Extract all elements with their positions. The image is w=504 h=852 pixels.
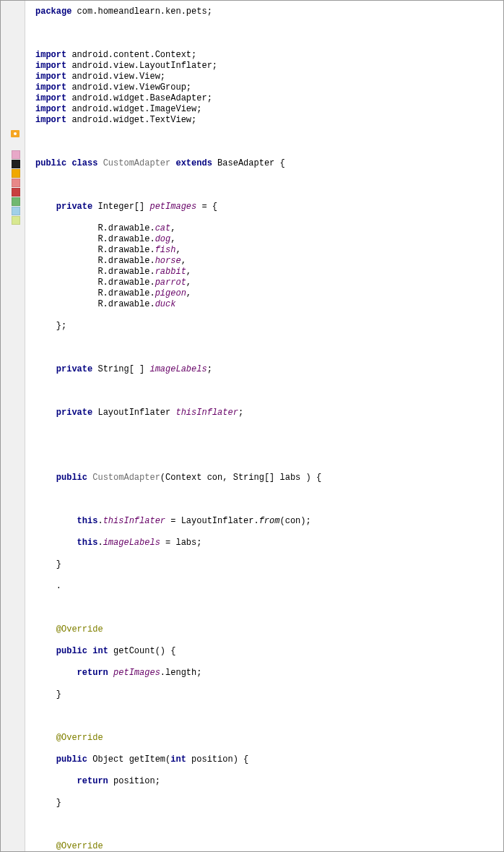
keyword-int: int — [92, 646, 108, 656]
drawable-prefix: R.drawable. — [97, 299, 155, 309]
drawable-horse: horse — [155, 256, 181, 266]
superclass-name: BaseAdapter — [217, 158, 274, 168]
drawable-thumb-duck[interactable] — [12, 216, 20, 225]
constructor-params: (Context con, String[] labs ) { — [160, 473, 321, 483]
drawable-thumb-dog[interactable] — [12, 160, 20, 168]
package-path: com.homeandlearn.ken.pets; — [71, 7, 212, 17]
class-gutter-icon — [10, 129, 20, 139]
keyword-import: import — [35, 82, 66, 92]
keyword-package: package — [35, 7, 71, 17]
drawable-prefix: R.drawable. — [97, 267, 155, 277]
keyword-private: private — [56, 408, 92, 418]
drawable-fish: fish — [155, 245, 176, 255]
annotation-override: @Override — [56, 841, 103, 851]
drawable-thumb-parrot[interactable] — [12, 197, 20, 206]
text-length: .length; — [160, 668, 202, 678]
drawable-dog: dog — [155, 234, 171, 244]
keyword-class: class — [71, 158, 97, 168]
drawable-thumb-cat[interactable] — [12, 150, 20, 159]
method-getitem-a: Object getItem( — [87, 754, 170, 765]
keyword-public: public — [56, 754, 87, 765]
keyword-this: this — [77, 516, 98, 526]
text-con-close: (con); — [279, 516, 310, 526]
drawable-rabbit: rabbit — [155, 267, 186, 277]
keyword-import: import — [35, 50, 66, 60]
type-integer-array: Integer[] — [97, 202, 149, 212]
keyword-extends: extends — [175, 158, 212, 168]
import-path: android.widget.TextView; — [66, 115, 196, 125]
keyword-this: this — [77, 538, 98, 548]
field-thisinflater: thisInflater — [175, 408, 238, 418]
keyword-import: import — [35, 93, 66, 103]
drawable-parrot: parrot — [155, 277, 186, 288]
import-path: android.view.ViewGroup; — [66, 82, 191, 92]
keyword-return: return — [77, 668, 108, 678]
field-imagelabels: imageLabels — [103, 538, 160, 548]
keyword-public: public — [56, 473, 87, 483]
import-path: android.content.Context; — [66, 50, 196, 60]
constructor-name: CustomAdapter — [92, 473, 160, 483]
field-thisinflater: thisInflater — [103, 516, 165, 526]
code-editor[interactable]: package com.homeandlearn.ken.pets; impor… — [25, 1, 503, 851]
method-from: from — [259, 516, 280, 526]
import-path: android.widget.ImageView; — [66, 104, 201, 114]
text-return-position: position; — [108, 776, 160, 786]
import-path: android.widget.BaseAdapter; — [66, 93, 212, 103]
text-assign-inflater: = LayoutInflater. — [165, 516, 259, 526]
method-getcount: getCount() { — [108, 646, 176, 656]
type-layoutinflater: LayoutInflater — [97, 408, 175, 418]
import-path: android.view.View; — [66, 72, 165, 82]
drawable-prefix: R.drawable. — [97, 277, 155, 288]
keyword-return: return — [77, 776, 108, 786]
drawable-thumb-rabbit[interactable] — [12, 188, 20, 197]
drawable-thumbnails — [12, 150, 20, 225]
drawable-prefix: R.drawable. — [97, 256, 155, 266]
annotation-override: @Override — [56, 733, 103, 743]
drawable-prefix: R.drawable. — [97, 223, 155, 233]
keyword-public: public — [56, 646, 87, 656]
annotation-override: @Override — [56, 624, 103, 634]
drawable-duck: duck — [155, 299, 176, 309]
import-path: android.view.LayoutInflater; — [66, 61, 217, 71]
field-petimages: petImages — [149, 202, 196, 212]
keyword-private: private — [56, 202, 92, 212]
keyword-import: import — [35, 72, 66, 82]
drawable-thumb-pigeon[interactable] — [12, 207, 20, 215]
svg-point-1 — [14, 132, 17, 135]
drawable-pigeon: pigeon — [155, 288, 186, 298]
drawable-prefix: R.drawable. — [97, 288, 155, 298]
keyword-int: int — [170, 754, 186, 765]
keyword-public: public — [35, 158, 66, 168]
keyword-import: import — [35, 115, 66, 125]
text-dot: . — [97, 516, 103, 526]
drawable-thumb-horse[interactable] — [12, 178, 20, 187]
field-imagelabels: imageLabels — [149, 364, 207, 374]
drawable-prefix: R.drawable. — [97, 245, 155, 255]
drawable-prefix: R.drawable. — [97, 234, 155, 244]
type-string-array: String[ ] — [97, 364, 149, 374]
drawable-cat: cat — [155, 223, 171, 233]
text-assign-labs: = labs; — [160, 538, 202, 548]
class-name: CustomAdapter — [103, 158, 171, 168]
keyword-import: import — [35, 61, 66, 71]
drawable-thumb-fish[interactable] — [12, 169, 20, 178]
field-petimages: petImages — [113, 668, 160, 678]
keyword-private: private — [56, 364, 92, 374]
method-getitem-b: position) { — [186, 754, 248, 765]
keyword-import: import — [35, 104, 66, 114]
text-equals-brace: = { — [196, 202, 217, 212]
